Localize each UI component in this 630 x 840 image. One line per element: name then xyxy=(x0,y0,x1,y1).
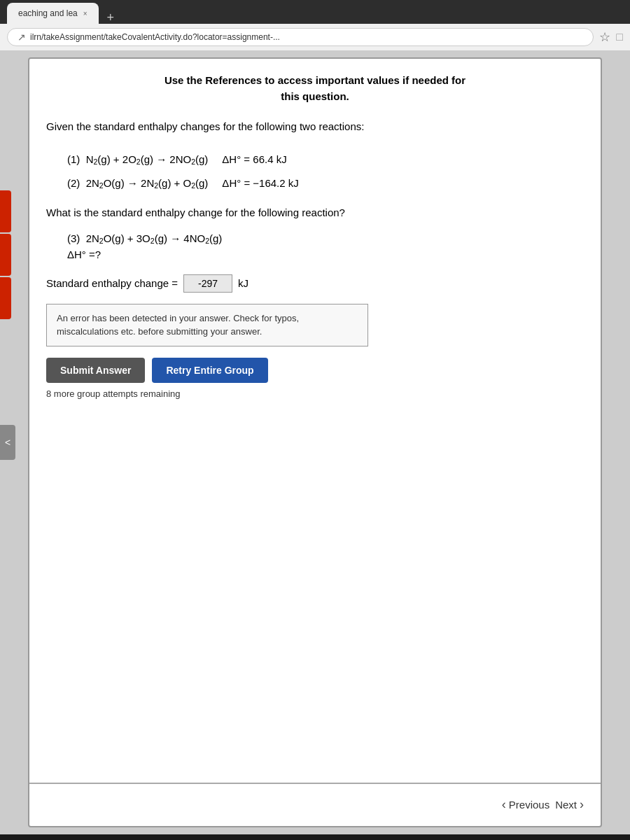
next-label: Next xyxy=(555,799,577,811)
chevron-right-icon: › xyxy=(580,797,584,812)
address-bar[interactable]: ↗ ilrn/takeAssignment/takeCovalentActivi… xyxy=(7,28,594,46)
navigation-row: ‹ Previous Next › xyxy=(502,797,584,812)
tab-label: eaching and lea xyxy=(18,8,78,18)
address-bar-row: ↗ ilrn/takeAssignment/takeCovalentActivi… xyxy=(0,24,630,50)
reactions-block: (1) N2(g) + 2O2(g) → 2NO2(g) ΔH° = 66.4 … xyxy=(67,149,584,194)
red-tabs xyxy=(0,190,11,319)
window-icon[interactable]: □ xyxy=(616,31,623,43)
tab-close-button[interactable]: × xyxy=(83,10,88,18)
error-box: An error has been detected in your answe… xyxy=(46,304,368,346)
active-tab[interactable]: eaching and lea × xyxy=(7,3,99,24)
reaction-2-row: (2) 2N2O(g) → 2N2(g) + O2(g) ΔH° = −164.… xyxy=(67,173,584,194)
page-content: < Use the References to access important… xyxy=(0,50,630,834)
left-chevron-icon: < xyxy=(5,437,10,448)
enthalpy-input[interactable] xyxy=(183,274,232,293)
reaction-3-equation: (3) 2N2O(g) + 3O2(g) → 4NO2(g) xyxy=(67,232,584,244)
reaction-2-label: (2) xyxy=(67,177,86,189)
red-tab-1[interactable] xyxy=(0,190,11,232)
new-tab-button[interactable]: + xyxy=(102,11,120,24)
url-text: ilrn/takeAssignment/takeCovalentActivity… xyxy=(30,32,280,42)
reaction-2-dh: ΔH° = −164.2 kJ xyxy=(222,173,298,194)
sidebar-collapse-button[interactable]: < xyxy=(0,425,15,460)
reaction-2-equation: (2) 2N2O(g) → 2N2(g) + O2(g) xyxy=(67,173,208,194)
reaction3-block: (3) 2N2O(g) + 3O2(g) → 4NO2(g) ΔH° =? xyxy=(67,232,584,260)
previous-button[interactable]: ‹ Previous xyxy=(502,797,550,812)
share-icon: ↗ xyxy=(18,31,26,43)
reference-header: Use the References to access important v… xyxy=(46,73,584,104)
browser-chrome: eaching and lea × + ↗ ilrn/takeAssignmen… xyxy=(0,0,630,50)
tab-bar: eaching and lea × + xyxy=(0,0,630,24)
reaction-3-dh: ΔH° =? xyxy=(67,248,584,260)
attempts-text: 8 more group attempts remaining xyxy=(46,388,584,399)
reaction-1-label: (1) xyxy=(67,153,86,165)
retry-entire-group-button[interactable]: Retry Entire Group xyxy=(152,358,267,383)
reference-line1: Use the References to access important v… xyxy=(164,74,465,86)
red-tab-2[interactable] xyxy=(0,234,11,276)
given-text: Given the standard enthalpy changes for … xyxy=(46,118,584,135)
reference-line2: this question. xyxy=(281,90,349,102)
bookmark-icon[interactable]: ☆ xyxy=(599,29,610,45)
reaction-1-row: (1) N2(g) + 2O2(g) → 2NO2(g) ΔH° = 66.4 … xyxy=(67,149,584,170)
standard-label: Standard enthalpy change = xyxy=(46,277,178,289)
what-question: What is the standard enthalpy change for… xyxy=(46,205,584,221)
next-button[interactable]: Next › xyxy=(555,797,584,812)
error-line2: miscalculations etc. before submitting y… xyxy=(57,326,262,337)
reaction-1-dh: ΔH° = 66.4 kJ xyxy=(222,149,286,170)
red-tab-3[interactable] xyxy=(0,277,11,319)
reaction-1-equation: (1) N2(g) + 2O2(g) → 2NO2(g) xyxy=(67,149,208,170)
divider-bottom xyxy=(29,783,601,784)
main-card: Use the References to access important v… xyxy=(28,57,602,827)
button-row: Submit Answer Retry Entire Group xyxy=(46,358,584,383)
previous-label: Previous xyxy=(509,799,550,811)
chevron-left-icon: ‹ xyxy=(502,797,506,812)
unit-label: kJ xyxy=(238,277,248,289)
standard-enthalpy-row: Standard enthalpy change = kJ xyxy=(46,274,584,293)
submit-answer-button[interactable]: Submit Answer xyxy=(46,358,145,383)
error-line1: An error has been detected in your answe… xyxy=(57,313,299,323)
